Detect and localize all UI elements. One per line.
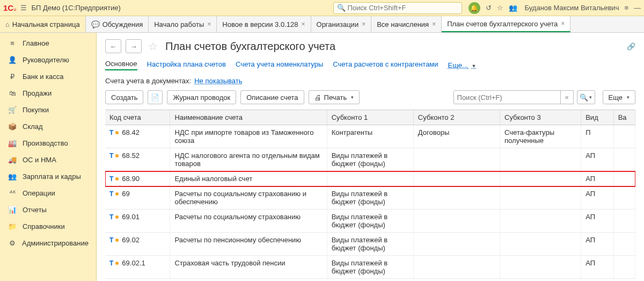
tab[interactable]: 💬Обсуждения: [86, 16, 149, 32]
subnav-more[interactable]: Еще... ▼: [448, 61, 477, 69]
cell: Виды платежей в бюджет (фонды): [327, 186, 413, 210]
cell: Договоры: [413, 125, 500, 148]
cell: [500, 210, 581, 233]
close-icon[interactable]: ×: [207, 20, 211, 28]
column-header[interactable]: Ва: [613, 110, 635, 125]
copy-button[interactable]: 📄: [148, 90, 163, 104]
sidebar-label: Операции: [23, 189, 55, 197]
clear-search-button[interactable]: ×: [561, 90, 574, 104]
sidebar-item[interactable]: 📦Склад: [0, 118, 96, 135]
table-row[interactable]: T68.52НДС налогового агента по отдельным…: [105, 148, 635, 171]
column-header[interactable]: Субконто 3: [500, 110, 581, 125]
sidebar-item[interactable]: ₽Банк и касса: [0, 68, 96, 85]
star-icon[interactable]: ☆: [497, 4, 503, 12]
minimize-icon[interactable]: —: [634, 4, 641, 12]
menu-icon[interactable]: ☰: [20, 4, 27, 12]
create-button[interactable]: Создать: [105, 90, 143, 104]
forward-button[interactable]: →: [126, 39, 142, 53]
sidebar-item[interactable]: ᴬᴷОперации: [0, 185, 96, 201]
account-icon: T: [109, 213, 113, 221]
sidebar-icon: ₽: [8, 73, 17, 81]
account-code: 69: [122, 190, 129, 198]
sidebar-label: Продажи: [23, 89, 52, 97]
sidebar-item[interactable]: 🛒Покупки: [0, 102, 96, 118]
cell: [613, 125, 635, 148]
table-row[interactable]: T68.90Единый налоговый счетАП: [105, 171, 635, 186]
page-title: План счетов бухгалтерского учета: [165, 40, 335, 53]
column-header[interactable]: Субконто 2: [413, 110, 500, 125]
docs-link[interactable]: Не показывать: [194, 77, 242, 85]
chevron-down-icon: ▾: [589, 95, 592, 100]
global-search-input[interactable]: [348, 4, 458, 12]
table-search-input[interactable]: [453, 90, 561, 104]
sidebar-item[interactable]: 📊Отчеты: [0, 201, 96, 218]
cell: [613, 233, 635, 256]
table-row[interactable]: T69.02.1Страховая часть трудовой пенсииВ…: [105, 256, 635, 279]
print-button[interactable]: 🖨Печать▾: [309, 90, 360, 104]
subnav-link[interactable]: Счета расчетов с контрагентами: [333, 60, 438, 70]
tab[interactable]: Все начисления×: [371, 16, 442, 32]
subnav-main[interactable]: Основное: [105, 60, 137, 70]
journal-button[interactable]: Журнал проводок: [167, 90, 236, 104]
sidebar-icon: 🏭: [8, 139, 17, 147]
column-header[interactable]: Код счета: [105, 110, 170, 125]
favorite-icon[interactable]: ☆: [148, 40, 158, 53]
table-row[interactable]: T69Расчеты по социальному страхованию и …: [105, 186, 635, 210]
table-row[interactable]: T68.42НДС при импорте товаров из Таможен…: [105, 125, 635, 148]
cell: Виды платежей в бюджет (фонды): [327, 148, 413, 171]
close-icon[interactable]: ×: [432, 20, 436, 28]
cell: [613, 210, 635, 233]
sidebar-item[interactable]: 🏭Производство: [0, 135, 96, 152]
sidebar-item[interactable]: 🛍Продажи: [0, 85, 96, 102]
user-name[interactable]: Буданов Максим Витальевич: [525, 4, 619, 12]
subnav-link[interactable]: Счета учета номенклатуры: [236, 60, 323, 70]
tab[interactable]: Начало работы×: [149, 16, 217, 32]
sidebar-item[interactable]: ≡Главное: [0, 35, 96, 52]
tab-home[interactable]: ⌂ Начальная страница: [0, 16, 86, 32]
user-menu-icon[interactable]: ≡: [624, 4, 628, 12]
sidebar-icon: 🛍: [8, 89, 17, 97]
subnav-link[interactable]: Настройка плана счетов: [147, 60, 226, 70]
close-icon[interactable]: ×: [561, 20, 565, 27]
global-search[interactable]: 🔍: [333, 2, 462, 14]
link-icon[interactable]: 🔗: [627, 42, 635, 51]
column-header[interactable]: Субконто 1: [327, 110, 413, 125]
sidebar-item[interactable]: 👤Руководителю: [0, 52, 96, 68]
history-icon[interactable]: ↺: [486, 4, 492, 12]
sidebar-item[interactable]: 🚚ОС и НМА: [0, 152, 96, 168]
top-icons: 🔔 ↺ ☆ 👥 Буданов Максим Витальевич ≡ —: [469, 2, 641, 14]
table-row[interactable]: T69.01Расчеты по социальному страхованию…: [105, 210, 635, 233]
close-icon[interactable]: ×: [362, 20, 365, 28]
tab[interactable]: Организации×: [311, 16, 372, 32]
dot-icon: [115, 192, 119, 196]
search-button[interactable]: 🔍▾: [577, 90, 595, 104]
close-icon[interactable]: ×: [302, 20, 305, 28]
tab-label: Обсуждения: [103, 20, 143, 28]
column-header[interactable]: Вид: [581, 110, 613, 125]
search-icon: 🔍: [337, 4, 346, 12]
sidebar-item[interactable]: ⚙Администрирование: [0, 235, 96, 251]
column-header[interactable]: Наименование счета: [170, 110, 327, 125]
more-button[interactable]: Еще▾: [603, 90, 635, 104]
sidebar-item[interactable]: 📁Справочники: [0, 218, 96, 235]
toolbar: Создать 📄 Журнал проводок Описание счета…: [105, 90, 635, 104]
cell: [500, 256, 581, 279]
dot-icon: [115, 131, 119, 134]
account-code: 68.52: [122, 152, 140, 160]
account-code: 68.90: [122, 175, 140, 183]
back-button[interactable]: ←: [105, 39, 121, 53]
users-icon[interactable]: 👥: [509, 4, 517, 12]
bell-icon[interactable]: 🔔: [469, 2, 480, 14]
cell: [413, 171, 500, 186]
account-code: 69.02: [122, 236, 140, 244]
cell: Единый налоговый счет: [170, 171, 327, 186]
cell: [500, 233, 581, 256]
sidebar-item[interactable]: 👥Зарплата и кадры: [0, 168, 96, 185]
table-row[interactable]: T69.02Расчеты по пенсионному обеспечению…: [105, 233, 635, 256]
account-icon: T: [109, 175, 113, 183]
sidebar-label: Производство: [23, 139, 68, 147]
tab[interactable]: План счетов бухгалтерского учета×: [442, 16, 570, 32]
tab[interactable]: Новое в версии 3.0.128×: [217, 16, 311, 32]
description-button[interactable]: Описание счета: [240, 90, 304, 104]
cell: Виды платежей в бюджет (фонды): [327, 233, 413, 256]
